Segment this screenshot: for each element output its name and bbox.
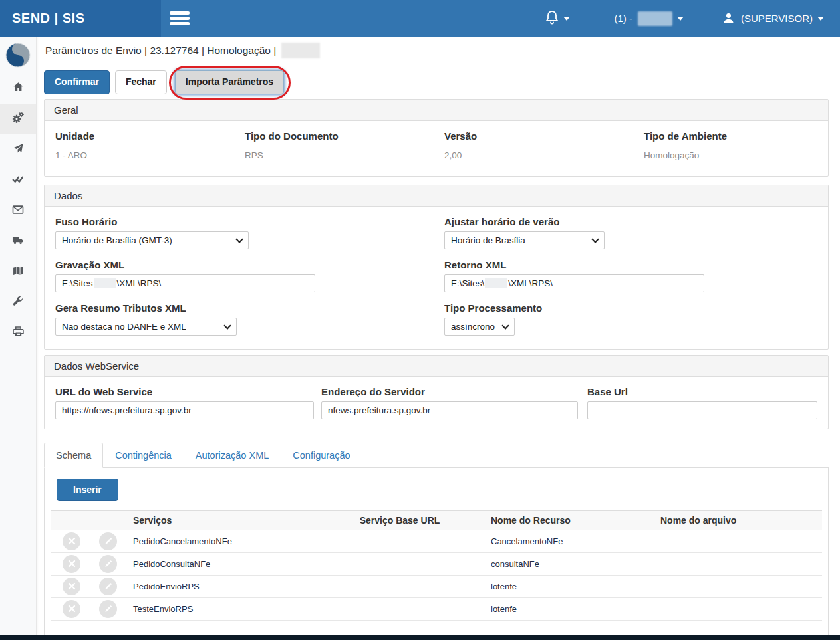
table-row: PedidoConsultaNFe consultaNFe — [51, 553, 822, 576]
sidebar-item-transport[interactable] — [0, 226, 36, 257]
ajustar-verao-label: Ajustar horário de verão — [444, 216, 817, 227]
brand-title: SEND | SIS — [12, 11, 85, 26]
tipo-ambiente-label: Tipo de Ambiente — [644, 130, 817, 142]
ws-endereco-input[interactable] — [321, 401, 578, 419]
services-table: Serviços Serviço Base URL Nome do Recurs… — [51, 510, 822, 621]
geral-panel-title: Geral — [45, 100, 828, 121]
printer-icon — [13, 326, 24, 340]
fuso-horario-label: Fuso Horário — [55, 216, 444, 227]
col-nome-recurso: Nome do Recurso — [483, 515, 652, 526]
webservice-panel-title: Dados WebService — [45, 356, 828, 377]
edit-row-button[interactable] — [99, 600, 117, 618]
sidebar-item-tasks[interactable] — [0, 165, 36, 195]
col-servicos: Serviços — [125, 515, 317, 526]
field-tipo-documento: Tipo do Documento RPS — [245, 130, 444, 165]
sidebar-item-mail[interactable] — [0, 195, 36, 226]
page-title: Parâmetros de Envio | 23.127764 | Homolo… — [45, 45, 276, 56]
webservice-panel: Dados WebService URL do Web Service Ende… — [44, 355, 829, 429]
import-parameters-button[interactable]: Importa Parâmetros — [175, 70, 284, 94]
chevron-down-icon — [563, 17, 570, 21]
ws-url-input[interactable] — [55, 401, 314, 419]
ws-baseurl-input[interactable] — [587, 401, 817, 419]
unit-name-redacted — [638, 11, 672, 26]
tipo-ambiente-value: Homologação — [644, 150, 817, 160]
geral-panel: Geral Unidade 1 - ARO Tipo do Documento … — [44, 99, 829, 177]
user-menu[interactable]: (SUPERVISOR) — [722, 12, 824, 25]
sidebar-item-print[interactable] — [0, 318, 36, 348]
wrench-icon — [13, 296, 23, 309]
cell-servico: TesteEnvioRPS — [125, 604, 317, 614]
sidebar-item-send[interactable] — [0, 134, 36, 165]
unit-label: (1) - — [614, 13, 632, 24]
delete-row-button[interactable] — [63, 578, 80, 595]
chevron-down-icon — [817, 17, 824, 21]
delete-row-button[interactable] — [63, 555, 80, 573]
menu-hamburger-icon[interactable] — [170, 9, 190, 27]
tipo-processamento-label: Tipo Processamento — [444, 302, 817, 314]
breadcrumb-redacted-value — [281, 43, 320, 58]
action-toolbar: Confirmar Fechar Importa Parâmetros — [37, 64, 840, 99]
retorno-xml-path-suffix: \XML\RPS\ — [508, 278, 553, 288]
table-row: PedidoCancelamentoNFe CancelamentoNFe — [51, 530, 822, 553]
confirm-button[interactable]: Confirmar — [44, 70, 110, 94]
gera-resumo-label: Gera Resumo Tributos XML — [55, 302, 444, 314]
unidade-label: Unidade — [55, 130, 245, 142]
bell-icon — [545, 10, 559, 27]
gears-icon — [12, 112, 24, 126]
app-brand: SEND | SIS — [0, 0, 161, 37]
chevron-down-icon — [677, 17, 684, 21]
map-icon — [13, 266, 24, 278]
field-versao: Versão 2,00 — [444, 130, 644, 165]
ws-url-label: URL do Web Service — [55, 386, 321, 397]
notifications-menu[interactable] — [545, 10, 570, 27]
cell-servico: PedidoConsultaNFe — [125, 559, 317, 569]
tab-schema[interactable]: Schema — [44, 443, 103, 468]
tab-configuracao[interactable]: Configuração — [281, 443, 362, 468]
sidebar-item-settings[interactable] — [0, 104, 36, 134]
sidebar-item-home[interactable] — [0, 73, 36, 104]
sidebar-item-tools[interactable] — [0, 287, 36, 318]
tab-autorizacao-xml[interactable]: Autorização XML — [184, 443, 281, 468]
dados-panel-title: Dados — [45, 185, 828, 207]
delete-row-button[interactable] — [63, 532, 80, 550]
edit-row-button[interactable] — [99, 555, 117, 573]
versao-value: 2,00 — [444, 150, 644, 160]
field-unidade: Unidade 1 - ARO — [55, 130, 245, 165]
retorno-xml-input[interactable]: E:\Sites\ \XML\RPS\ — [444, 274, 704, 292]
sidebar-item-map[interactable] — [0, 257, 36, 287]
gravacao-xml-input[interactable]: E:\Sites \XML\RPS\ — [55, 274, 315, 292]
unit-selector[interactable]: (1) - — [614, 11, 684, 26]
gravacao-xml-redacted — [94, 278, 116, 288]
tabs-section: Schema Contingência Autorização XML Conf… — [44, 443, 829, 640]
ajustar-verao-select[interactable]: Horário de Brasília — [444, 231, 605, 249]
app-logo[interactable] — [0, 37, 36, 73]
ws-endereco-label: Endereço do Servidor — [321, 386, 587, 397]
table-row: PedidoEnvioRPS lotenfe — [51, 576, 822, 598]
table-header-row: Serviços Serviço Base URL Nome do Recurs… — [51, 511, 822, 530]
delete-row-button[interactable] — [63, 600, 80, 618]
edit-row-button[interactable] — [99, 532, 117, 550]
cell-servico: PedidoCancelamentoNFe — [125, 536, 317, 546]
home-icon — [13, 82, 24, 95]
user-role-label: (SUPERVISOR) — [741, 13, 813, 24]
unidade-value: 1 - ARO — [55, 150, 245, 160]
main-content: Parâmetros de Envio | 23.127764 | Homolo… — [37, 37, 840, 640]
insert-button[interactable]: Inserir — [57, 479, 118, 501]
tab-panel-schema: Inserir Serviços Serviço Base URL Nome d… — [44, 468, 829, 640]
col-servico-base-url: Serviço Base URL — [317, 515, 483, 526]
tab-contingencia[interactable]: Contingência — [103, 443, 184, 468]
fuso-horario-select[interactable]: Horário de Brasília (GMT-3) — [55, 231, 249, 249]
retorno-xml-path-prefix: E:\Sites\ — [451, 278, 484, 288]
double-check-icon — [12, 174, 24, 187]
tipo-processamento-select[interactable]: assíncrono — [444, 318, 515, 336]
envelope-icon — [12, 205, 24, 217]
tipo-documento-label: Tipo do Documento — [245, 130, 444, 142]
edit-row-button[interactable] — [99, 578, 117, 595]
cell-recurso: consultaNFe — [483, 559, 652, 569]
gravacao-xml-path-suffix: \XML\RPS\ — [117, 278, 162, 288]
gravacao-xml-path-prefix: E:\Sites — [62, 278, 93, 288]
retorno-xml-label: Retorno XML — [444, 259, 817, 270]
close-button[interactable]: Fechar — [115, 70, 167, 94]
gera-resumo-select[interactable]: Não destaca no DANFE e XML — [55, 318, 237, 336]
user-icon — [722, 12, 735, 25]
